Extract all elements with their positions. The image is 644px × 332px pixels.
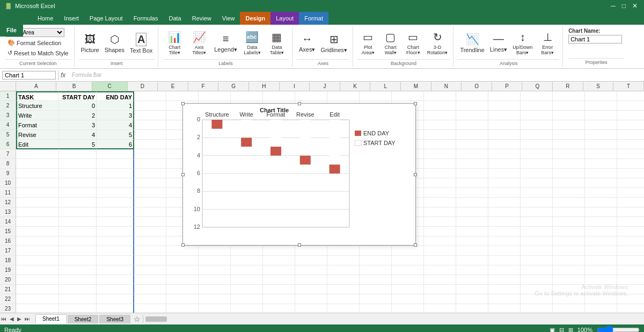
axes-btn[interactable]: ↔ Axes▾ xyxy=(297,32,317,54)
cell-18-K[interactable] xyxy=(360,256,392,265)
cell-18-G[interactable] xyxy=(231,256,263,265)
cell-22-Q[interactable] xyxy=(553,294,585,304)
col-header-o[interactable]: O xyxy=(462,82,492,91)
cell-11-O[interactable] xyxy=(488,188,521,198)
cell-12-B[interactable] xyxy=(59,198,97,207)
cell-23-O[interactable] xyxy=(488,304,521,313)
cell-1-B[interactable]: START DAY xyxy=(59,91,97,101)
col-header-m[interactable]: M xyxy=(401,82,431,91)
cell-3-M[interactable] xyxy=(424,111,456,120)
cell-11-A[interactable] xyxy=(16,188,59,198)
axis-titles-btn[interactable]: 📈 AxisTitles▾ xyxy=(187,30,211,56)
cell-12-S[interactable] xyxy=(617,198,644,207)
row-num-23[interactable]: 23 xyxy=(0,304,16,313)
cell-13-C[interactable] xyxy=(97,207,134,217)
cell-6-D[interactable] xyxy=(134,140,166,149)
gridlines-btn[interactable]: ⊞ Gridlines▾ xyxy=(318,32,349,55)
cell-1-A[interactable]: TASK xyxy=(16,91,59,101)
file-tab[interactable]: File xyxy=(0,24,23,37)
cell-22-H[interactable] xyxy=(263,294,295,304)
error-bars-btn[interactable]: ⊥ ErrorBars▾ xyxy=(536,30,559,56)
cell-21-F[interactable] xyxy=(199,285,231,294)
cell-5-B[interactable]: 4 xyxy=(59,130,97,140)
cell-1-E[interactable] xyxy=(166,91,199,101)
cell-21-H[interactable] xyxy=(263,285,295,294)
cell-19-R[interactable] xyxy=(585,265,617,275)
cell-10-D[interactable] xyxy=(134,178,166,188)
cell-13-O[interactable] xyxy=(488,207,521,217)
cell-10-P[interactable] xyxy=(521,178,553,188)
cell-22-K[interactable] xyxy=(360,294,392,304)
cell-13-S[interactable] xyxy=(617,207,644,217)
cell-23-G[interactable] xyxy=(231,304,263,313)
cell-22-M[interactable] xyxy=(424,294,456,304)
cell-18-N[interactable] xyxy=(456,256,488,265)
cell-17-H[interactable] xyxy=(263,246,295,256)
cell-18-P[interactable] xyxy=(521,256,553,265)
row-num-7[interactable]: 7 xyxy=(0,149,16,159)
cell-20-R[interactable] xyxy=(585,275,617,285)
cell-7-Q[interactable] xyxy=(553,149,585,159)
cell-17-J[interactable] xyxy=(327,246,360,256)
h-scrollbar-thumb[interactable] xyxy=(145,316,167,322)
cell-14-A[interactable] xyxy=(16,217,59,227)
cell-23-B[interactable] xyxy=(59,304,97,313)
cell-13-Q[interactable] xyxy=(553,207,585,217)
cell-17-N[interactable] xyxy=(456,246,488,256)
sheet-nav-prev[interactable]: ◀ xyxy=(9,316,15,322)
cell-4-A[interactable]: Format xyxy=(16,120,59,130)
cell-22-P[interactable] xyxy=(521,294,553,304)
cell-11-M[interactable] xyxy=(424,188,456,198)
row-num-2[interactable]: 2 xyxy=(0,101,16,111)
cell-13-N[interactable] xyxy=(456,207,488,217)
cell-12-D[interactable] xyxy=(134,198,166,207)
cell-22-I[interactable] xyxy=(295,294,327,304)
cell-22-C[interactable] xyxy=(97,294,134,304)
tab-format[interactable]: Format xyxy=(299,12,328,25)
cell-7-N[interactable] xyxy=(456,149,488,159)
cell-23-C[interactable] xyxy=(97,304,134,313)
cell-6-A[interactable]: Edit xyxy=(16,140,59,149)
col-header-i[interactable]: I xyxy=(280,82,310,91)
cell-8-O[interactable] xyxy=(488,159,521,169)
cell-17-C[interactable] xyxy=(97,246,134,256)
cell-2-Q[interactable] xyxy=(553,101,585,111)
chart-handle-1[interactable] xyxy=(298,102,301,105)
cell-12-P[interactable] xyxy=(521,198,553,207)
cell-19-N[interactable] xyxy=(456,265,488,275)
cell-22-F[interactable] xyxy=(199,294,231,304)
cell-18-O[interactable] xyxy=(488,256,521,265)
cell-8-P[interactable] xyxy=(521,159,553,169)
cell-18-H[interactable] xyxy=(263,256,295,265)
cell-6-R[interactable] xyxy=(585,140,617,149)
tab-page-layout[interactable]: Page Layout xyxy=(84,12,128,25)
cell-15-C[interactable] xyxy=(97,227,134,236)
cell-1-H[interactable] xyxy=(263,91,295,101)
cell-15-D[interactable] xyxy=(134,227,166,236)
cell-6-S[interactable] xyxy=(617,140,644,149)
row-num-19[interactable]: 19 xyxy=(0,265,16,275)
cell-18-Q[interactable] xyxy=(553,256,585,265)
cell-7-D[interactable] xyxy=(134,149,166,159)
cell-12-N[interactable] xyxy=(456,198,488,207)
cell-22-L[interactable] xyxy=(392,294,424,304)
col-header-q[interactable]: Q xyxy=(522,82,553,91)
cell-22-J[interactable] xyxy=(327,294,360,304)
cell-6-O[interactable] xyxy=(488,140,521,149)
cell-5-C[interactable]: 5 xyxy=(97,130,134,140)
cell-15-N[interactable] xyxy=(456,227,488,236)
cell-20-S[interactable] xyxy=(617,275,644,285)
col-header-f[interactable]: F xyxy=(188,82,219,91)
cell-21-I[interactable] xyxy=(295,285,327,294)
format-selection-btn[interactable]: 🎨 Format Selection xyxy=(5,38,71,47)
cell-7-B[interactable] xyxy=(59,149,97,159)
cell-5-M[interactable] xyxy=(424,130,456,140)
cell-20-C[interactable] xyxy=(97,275,134,285)
cell-2-N[interactable] xyxy=(456,101,488,111)
cell-10-O[interactable] xyxy=(488,178,521,188)
cell-4-R[interactable] xyxy=(585,120,617,130)
cell-15-P[interactable] xyxy=(521,227,553,236)
cell-5-A[interactable]: Revise xyxy=(16,130,59,140)
cell-10-A[interactable] xyxy=(16,178,59,188)
rotation-3d-btn[interactable]: ↻ 3-DRotation▾ xyxy=(425,30,450,56)
